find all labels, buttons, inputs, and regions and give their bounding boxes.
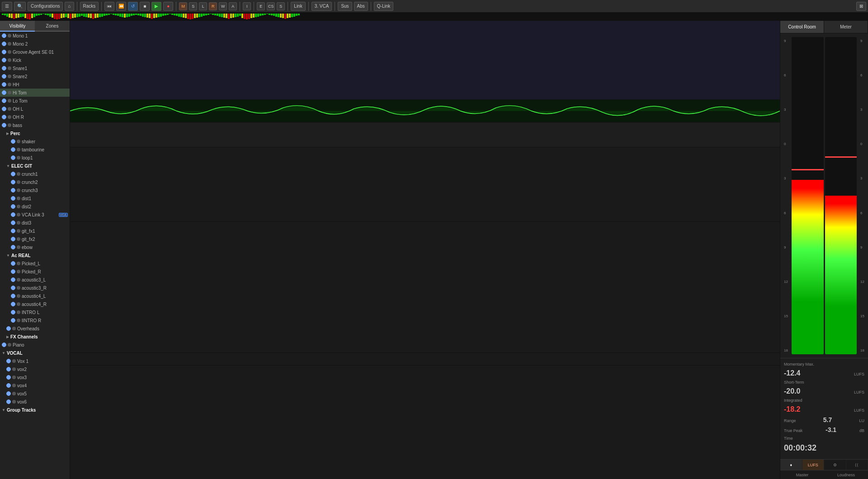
visibility-toggle-40[interactable] (6, 359, 11, 363)
sidebar-item-groove-agent-se-01[interactable]: Groove Agent SE 01 (0, 48, 70, 56)
sidebar-item-git_fx1[interactable]: git_fx1 (0, 227, 70, 235)
sidebar-item-crunch1[interactable]: crunch1 (0, 170, 70, 178)
visibility-toggle-6[interactable] (2, 82, 6, 87)
visibility-toggle-9[interactable] (2, 107, 6, 111)
configs-btn[interactable]: Configurations (28, 2, 63, 11)
s-btn[interactable]: S (277, 2, 285, 10)
ins-btn[interactable]: I (243, 2, 251, 10)
play-btn[interactable]: ▶ (151, 2, 161, 11)
visibility-toggle-32[interactable] (11, 294, 15, 298)
sidebar-item-lintro-r[interactable]: lINTRO R (0, 316, 70, 324)
visibility-toggle-23[interactable] (11, 221, 15, 225)
sidebar-item-crunch3[interactable]: crunch3 (0, 186, 70, 194)
sidebar-item-tambourine[interactable]: tambourine (0, 146, 70, 154)
cr-bottom-tab-lufs[interactable]: LUFS (802, 460, 825, 470)
sidebar-item-intro-l[interactable]: INTRO L (0, 308, 70, 316)
visibility-toggle-35[interactable] (11, 318, 15, 323)
icon-btn[interactable]: ☰ (2, 2, 12, 11)
sidebar-item-dist3[interactable]: dist3 (0, 219, 70, 227)
visibility-toggle-29[interactable] (11, 269, 15, 274)
sidebar-item-picked_r[interactable]: Picked_R (0, 268, 70, 276)
sidebar-item-perc[interactable]: ▶Perc (0, 129, 70, 137)
visibility-toggle-18[interactable] (11, 180, 15, 184)
visibility-toggle-1[interactable] (2, 42, 6, 46)
visibility-toggle-3[interactable] (2, 58, 6, 62)
cs-btn[interactable]: CS (267, 2, 275, 10)
sidebar-item-oh-l[interactable]: OH L (0, 105, 70, 113)
sidebar-item-shaker[interactable]: shaker (0, 137, 70, 146)
mode-l-btn[interactable]: L (199, 2, 207, 10)
sidebar-item-oh-r[interactable]: OH R (0, 113, 70, 121)
visibility-toggle-19[interactable] (11, 188, 15, 193)
mode-s-btn[interactable]: S (189, 2, 197, 10)
stop-btn[interactable]: ■ (140, 2, 150, 11)
sidebar-item-mono-1[interactable]: Mono 1 (0, 32, 70, 40)
sidebar-item-acoustic3_l[interactable]: acoustic3_L (0, 276, 70, 284)
visibility-toggle-42[interactable] (6, 375, 11, 380)
visibility-toggle-2[interactable] (2, 50, 6, 54)
search-btn[interactable]: 🔍 (14, 2, 26, 11)
sidebar-item-loop1[interactable]: loop1 (0, 154, 70, 162)
vca-btn[interactable]: 3. VCA (311, 2, 332, 11)
sidebar-item-overheads[interactable]: Overheads (0, 324, 70, 333)
sidebar-item-dist1[interactable]: dist1 (0, 194, 70, 202)
abs-btn[interactable]: Abs (354, 2, 368, 11)
visibility-toggle-11[interactable] (2, 123, 6, 127)
sidebar-item-acoustic3_r[interactable]: acoustic3_R (0, 284, 70, 292)
qlink-btn[interactable]: Q-Link (374, 2, 393, 11)
visibility-toggle-41[interactable] (6, 367, 11, 371)
visibility-toggle-45[interactable] (6, 399, 11, 404)
visibility-toggle-30[interactable] (11, 277, 15, 282)
visibility-toggle-36[interactable] (6, 326, 11, 331)
visibility-toggle-0[interactable] (2, 33, 6, 38)
visibility-tab[interactable]: Visibility (0, 21, 35, 32)
sidebar-item-group-tracks[interactable]: ▼Group Tracks (0, 406, 70, 414)
sidebar-item-vocal[interactable]: ▼VOCAL (0, 349, 70, 357)
visibility-toggle-20[interactable] (11, 196, 15, 201)
sidebar-item-hh[interactable]: HH (0, 80, 70, 89)
sidebar-item-vca-link-3[interactable]: VCA Link 3VCA (0, 211, 70, 219)
sidebar-item-vox3[interactable]: vox3 (0, 373, 70, 381)
racks-btn[interactable]: Racks (80, 2, 99, 11)
sidebar-item-bass[interactable]: bass (0, 121, 70, 129)
eq-btn[interactable]: E (257, 2, 265, 10)
visibility-toggle-34[interactable] (11, 310, 15, 315)
mode-r-btn[interactable]: R (209, 2, 217, 10)
sidebar-item-vox-1[interactable]: Vox 1 (0, 357, 70, 365)
sidebar-item-vox5[interactable]: vox5 (0, 390, 70, 398)
visibility-toggle-43[interactable] (6, 383, 11, 388)
visibility-toggle-21[interactable] (11, 204, 15, 209)
cr-tab-meter[interactable]: Meter (824, 21, 868, 33)
sidebar-item-piano[interactable]: Piano (0, 341, 70, 349)
visibility-toggle-15[interactable] (11, 155, 15, 160)
sidebar-item-acoustic4_r[interactable]: acoustic4_R (0, 300, 70, 308)
visibility-toggle-25[interactable] (11, 237, 15, 241)
sidebar-item-kick[interactable]: Kick (0, 56, 70, 64)
visibility-toggle-7[interactable] (2, 90, 6, 95)
sidebar-item-vox4[interactable]: vox4 (0, 381, 70, 390)
mode-w-btn[interactable]: W (219, 2, 227, 10)
visibility-toggle-8[interactable] (2, 99, 6, 103)
visibility-toggle-17[interactable] (11, 172, 15, 176)
sidebar-item-ebow[interactable]: ebow (0, 243, 70, 251)
cr-bottom-tab-gear[interactable]: ⚙ (824, 460, 846, 470)
visibility-toggle-22[interactable] (11, 212, 15, 217)
visibility-toggle-14[interactable] (11, 147, 15, 152)
record-btn[interactable]: ● (163, 2, 173, 11)
mode-m-btn[interactable]: M (179, 2, 187, 10)
visibility-toggle-33[interactable] (11, 302, 15, 306)
cr-bottom-tab-reset[interactable]: ⟨⟨ (846, 460, 868, 470)
sidebar-item-crunch2[interactable]: crunch2 (0, 178, 70, 186)
cycle-btn[interactable]: ↺ (128, 2, 138, 11)
visibility-toggle-24[interactable] (11, 229, 15, 233)
sidebar-item-hi-tom[interactable]: Hi Tom (0, 89, 70, 97)
rewind-btn[interactable]: ⏪ (116, 2, 126, 11)
sidebar-item-snare2[interactable]: Snare2 (0, 72, 70, 80)
sidebar-item-git_fx2[interactable]: git_fx2 (0, 235, 70, 243)
sidebar-item-dist2[interactable]: dist2 (0, 202, 70, 211)
sidebar-item-vox6[interactable]: vox6 (0, 398, 70, 406)
sidebar-item-picked_l[interactable]: Picked_L (0, 259, 70, 268)
sus-btn[interactable]: Sus (338, 2, 352, 11)
visibility-toggle-5[interactable] (2, 74, 6, 79)
window-close-btn[interactable]: ⊠ (856, 2, 866, 11)
